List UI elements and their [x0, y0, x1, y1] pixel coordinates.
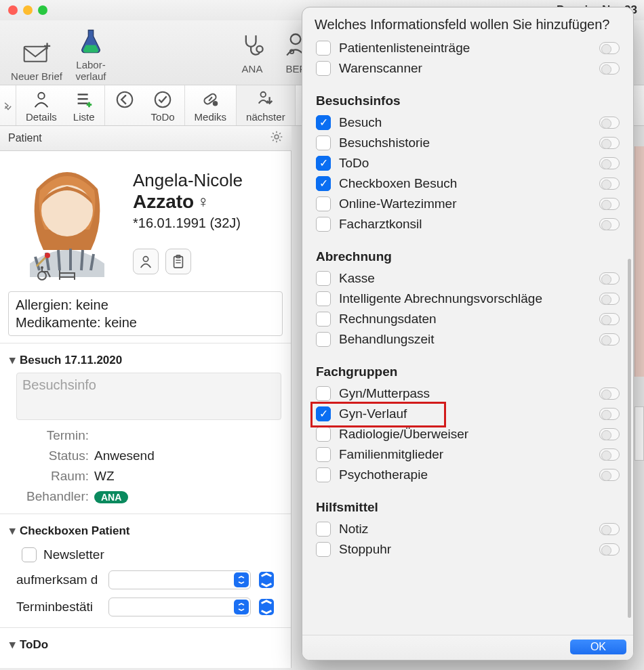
bed-icon	[58, 265, 77, 283]
field-label: Rechnungsdaten	[339, 312, 599, 327]
nachster-button[interactable]: nächster	[238, 85, 294, 125]
field-option-row[interactable]: Online-Wartezimmer	[316, 194, 620, 214]
help-toggle[interactable]	[599, 157, 620, 169]
toolbar-expand-button[interactable]	[0, 85, 16, 125]
field-checkbox[interactable]: ✓	[316, 115, 331, 130]
field-checkbox[interactable]	[316, 467, 331, 482]
field-option-row[interactable]: Notiz	[316, 519, 620, 539]
ana-button[interactable]: ANA	[230, 27, 274, 77]
field-option-row[interactable]: Stoppuhr	[316, 539, 620, 560]
help-toggle[interactable]	[599, 448, 620, 461]
help-toggle[interactable]	[599, 198, 620, 210]
field-checkbox[interactable]	[316, 447, 331, 462]
arrow-left-circle-icon	[115, 89, 135, 110]
field-option-row[interactable]: Radiologie/Überweiser	[316, 424, 620, 444]
help-toggle[interactable]	[599, 408, 620, 420]
field-option-row[interactable]: ✓Checkboxen Besuch	[316, 173, 620, 194]
help-toggle[interactable]	[599, 313, 620, 325]
checkboxen-section-header[interactable]: ▾ Checkboxen Patient	[0, 514, 291, 543]
field-checkbox[interactable]	[316, 332, 331, 347]
help-toggle[interactable]	[599, 137, 620, 149]
svg-line-12	[209, 97, 212, 101]
add-field-dialog: Welches Informationsfeld wollen Sie hinz…	[302, 7, 634, 661]
field-checkbox[interactable]: ✓	[316, 406, 331, 421]
field-checkbox[interactable]: ✓	[316, 176, 331, 191]
zoom-window-button[interactable]	[38, 5, 47, 15]
field-checkbox[interactable]	[316, 217, 331, 232]
field-checkbox[interactable]	[316, 522, 331, 537]
newsletter-checkbox[interactable]	[22, 547, 37, 562]
person-detail-button[interactable]	[133, 249, 159, 274]
aufmerksam-dropdown[interactable]	[108, 570, 251, 589]
labor-verlauf-button[interactable]: Labor- verlauf	[66, 23, 115, 83]
help-toggle[interactable]	[599, 42, 620, 54]
dialog-body[interactable]: PatientenlisteneinträgeWarenscannerBesuc…	[302, 38, 633, 635]
field-option-row[interactable]: Familienmitglieder	[316, 444, 620, 465]
check-icon: ✓	[319, 158, 328, 169]
allergy-meds-box[interactable]: Allergien: keine Medikamente: keine	[8, 291, 283, 336]
field-option-row[interactable]: ✓Besuch	[316, 112, 620, 133]
terminbest-extra-button[interactable]	[259, 599, 274, 615]
liste-button[interactable]: Liste	[65, 85, 103, 125]
svg-point-15	[256, 46, 262, 52]
field-checkbox[interactable]	[316, 135, 331, 150]
field-checkbox[interactable]	[316, 196, 331, 211]
help-toggle[interactable]	[599, 333, 620, 346]
help-toggle[interactable]	[599, 117, 620, 129]
field-checkbox[interactable]	[316, 271, 331, 286]
field-option-row[interactable]: Gyn/Mutterpass	[316, 383, 620, 404]
aufmerksam-extra-button[interactable]	[259, 572, 274, 588]
todo-section-header[interactable]: ▾ ToDo	[0, 627, 291, 657]
field-checkbox[interactable]	[316, 542, 331, 557]
todo-back-button[interactable]: .	[106, 85, 143, 125]
visit-section-header[interactable]: ▾ Besuch 17.11.2020	[0, 343, 291, 373]
field-label: Checkboxen Besuch	[339, 176, 599, 191]
details-button[interactable]: Details	[18, 85, 65, 125]
close-window-button[interactable]	[8, 5, 18, 15]
help-toggle[interactable]	[599, 469, 620, 481]
person-down-icon	[256, 89, 276, 110]
field-option-row[interactable]: Patientenlisteneinträge	[316, 38, 620, 58]
field-checkbox[interactable]	[316, 386, 331, 401]
field-checkbox[interactable]	[316, 312, 331, 327]
field-option-row[interactable]: Besuchshistorie	[316, 133, 620, 153]
field-option-row[interactable]: Rechnungsdaten	[316, 309, 620, 329]
field-label: Online-Wartezimmer	[339, 196, 599, 211]
envelope-plus-icon	[22, 36, 52, 70]
field-option-row[interactable]: Kasse	[316, 268, 620, 289]
help-toggle[interactable]	[599, 218, 620, 230]
field-option-row[interactable]: ✓Gyn-Verlauf	[316, 404, 620, 424]
todo-button[interactable]: ToDo	[143, 85, 183, 125]
help-toggle[interactable]	[599, 272, 620, 285]
nachster-label: nächster	[246, 111, 285, 123]
besuchsinfo-textarea[interactable]: Besuchsinfo	[16, 373, 281, 420]
field-option-row[interactable]: Warenscanner	[316, 58, 620, 79]
help-toggle[interactable]	[599, 177, 620, 190]
gear-icon[interactable]	[270, 130, 283, 146]
help-toggle[interactable]	[599, 543, 620, 556]
allergies-line: Allergien: keine	[16, 296, 275, 314]
field-option-row[interactable]: Behandlungszeit	[316, 329, 620, 350]
field-checkbox[interactable]	[316, 291, 331, 306]
field-checkbox[interactable]	[316, 41, 331, 56]
field-group-title: Fachgruppen	[316, 364, 620, 379]
terminbest-label: Terminbestäti	[16, 600, 103, 614]
clipboard-button[interactable]	[165, 249, 191, 274]
help-toggle[interactable]	[599, 523, 620, 535]
help-toggle[interactable]	[599, 293, 620, 305]
field-option-row[interactable]: Facharztkonsil	[316, 214, 620, 234]
minimize-window-button[interactable]	[23, 5, 33, 15]
help-toggle[interactable]	[599, 62, 620, 75]
field-checkbox[interactable]	[316, 427, 331, 442]
help-toggle[interactable]	[599, 388, 620, 400]
field-option-row[interactable]: Intelligente Abrechnungsvorschläge	[316, 289, 620, 309]
field-checkbox[interactable]	[316, 61, 331, 76]
terminbest-dropdown[interactable]	[108, 598, 251, 616]
ok-button[interactable]: OK	[570, 640, 626, 654]
field-checkbox[interactable]: ✓	[316, 156, 331, 171]
mediks-button[interactable]: Mediks	[186, 85, 235, 125]
field-option-row[interactable]: Psychotherapie	[316, 465, 620, 485]
field-option-row[interactable]: ✓ToDo	[316, 153, 620, 173]
help-toggle[interactable]	[599, 428, 620, 440]
new-letter-button[interactable]: Neuer Brief	[7, 35, 66, 84]
